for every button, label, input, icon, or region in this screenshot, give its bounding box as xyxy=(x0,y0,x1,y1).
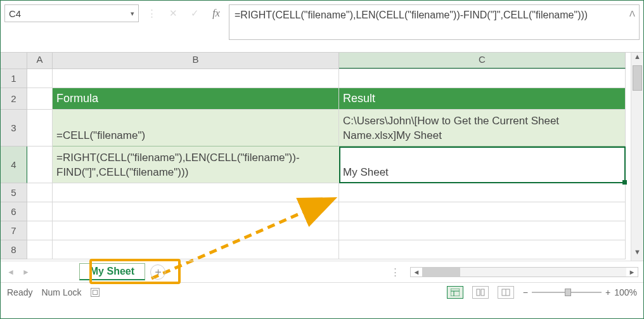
status-numlock: Num Lock xyxy=(41,287,81,297)
tab-options-icon[interactable]: ⋮ xyxy=(390,266,401,278)
cell-b8[interactable] xyxy=(53,240,339,259)
view-normal-button[interactable] xyxy=(447,286,463,299)
column-headers: A B C xyxy=(1,53,626,69)
hscroll-right-icon[interactable]: ► xyxy=(626,268,638,276)
formula-bar: C4 ▾ ⋮ ✕ ✓ fx =RIGHT(CELL("filename"),LE… xyxy=(1,1,643,53)
cell-b7[interactable] xyxy=(53,221,339,240)
svg-rect-1 xyxy=(451,289,460,296)
svg-rect-4 xyxy=(477,289,480,296)
formula-input[interactable]: =RIGHT(CELL("filename"),LEN(CELL("filena… xyxy=(229,4,640,40)
cell-b1[interactable] xyxy=(53,69,339,88)
hscroll-left-icon[interactable]: ◄ xyxy=(411,268,422,276)
tab-prev-icon[interactable]: ◄ xyxy=(6,268,16,277)
zoom-value[interactable]: 100% xyxy=(614,287,637,297)
cell-a2[interactable] xyxy=(27,88,53,110)
tab-next-icon[interactable]: ► xyxy=(21,268,31,277)
status-ready: Ready xyxy=(7,287,32,297)
view-page-layout-button[interactable] xyxy=(472,286,489,299)
cell-c8[interactable] xyxy=(339,240,626,259)
cell-c5[interactable] xyxy=(339,183,626,202)
dropdown-icon[interactable]: ▾ xyxy=(131,10,134,18)
cell-c2[interactable]: Result xyxy=(339,88,626,110)
cell-a6[interactable] xyxy=(27,202,53,221)
vertical-scrollbar[interactable]: ▲ ▼ xyxy=(631,53,643,261)
cell-c1[interactable] xyxy=(339,69,626,88)
scroll-up-icon[interactable]: ▲ xyxy=(631,53,643,65)
col-header-b[interactable]: B xyxy=(53,53,339,68)
cell-c6[interactable] xyxy=(339,202,626,221)
zoom-in-icon[interactable]: + xyxy=(605,287,610,297)
formula-text: =RIGHT(CELL("filename"),LEN(CELL("filena… xyxy=(235,10,588,20)
cell-b3[interactable]: =CELL("filename") xyxy=(53,110,339,146)
row-header-4[interactable]: 4 xyxy=(1,146,27,183)
cell-b4[interactable]: =RIGHT(CELL("filename"),LEN(CELL("filena… xyxy=(53,146,339,183)
cell-a8[interactable] xyxy=(27,240,53,259)
row-header-2[interactable]: 2 xyxy=(1,88,27,110)
cell-a1[interactable] xyxy=(27,69,53,88)
row-header-3[interactable]: 3 xyxy=(1,110,27,146)
svg-rect-5 xyxy=(481,289,484,296)
row-header-5[interactable]: 5 xyxy=(1,183,27,202)
row-header-7[interactable]: 7 xyxy=(1,221,27,240)
view-page-break-button[interactable] xyxy=(498,286,514,299)
cell-b5[interactable] xyxy=(53,183,339,202)
fx-icon[interactable]: fx xyxy=(207,4,225,22)
row-header-6[interactable]: 6 xyxy=(1,202,27,221)
select-all-corner[interactable] xyxy=(1,53,27,68)
zoom-slider[interactable] xyxy=(532,292,602,293)
vscroll-thumb[interactable] xyxy=(633,65,642,91)
name-box[interactable]: C4 ▾ xyxy=(4,4,139,22)
cell-a7[interactable] xyxy=(27,221,53,240)
zoom-control[interactable]: − + 100% xyxy=(523,287,637,297)
cell-a4[interactable] xyxy=(27,146,53,183)
collapse-formula-bar-icon[interactable]: ᐱ xyxy=(629,8,635,20)
cell-b6[interactable] xyxy=(53,202,339,221)
cell-a3[interactable] xyxy=(27,110,53,146)
zoom-knob[interactable] xyxy=(565,289,571,296)
status-bar: Ready Num Lock − + 100% xyxy=(1,282,643,301)
customize-icon[interactable]: ⋮ xyxy=(143,4,160,22)
hscroll-thumb[interactable] xyxy=(422,268,460,277)
row-header-8[interactable]: 8 xyxy=(1,240,27,259)
col-header-c[interactable]: C xyxy=(339,53,626,68)
zoom-out-icon[interactable]: − xyxy=(523,287,528,297)
macro-record-icon[interactable] xyxy=(91,288,100,297)
horizontal-scrollbar[interactable]: ◄ ► xyxy=(410,267,638,277)
cell-c7[interactable] xyxy=(339,221,626,240)
cell-b2[interactable]: Formula xyxy=(53,88,339,110)
row-header-1[interactable]: 1 xyxy=(1,69,27,88)
cell-c3[interactable]: C:\Users\John\[How to Get the Current Sh… xyxy=(339,110,626,146)
enter-icon[interactable]: ✓ xyxy=(186,4,203,22)
name-box-value: C4 xyxy=(9,8,21,19)
sheet-tab-active[interactable]: My Sheet xyxy=(79,263,145,280)
scroll-down-icon[interactable]: ▼ xyxy=(631,248,643,261)
cancel-icon[interactable]: ✕ xyxy=(164,4,182,22)
cell-a5[interactable] xyxy=(27,183,53,202)
add-sheet-button[interactable]: ＋ xyxy=(150,264,165,280)
col-header-a[interactable]: A xyxy=(27,53,53,68)
sheet-tab-bar: ◄ ► My Sheet ＋ ⋮ ◄ ► xyxy=(1,261,643,282)
cell-c4[interactable]: My Sheet xyxy=(339,146,626,183)
spreadsheet-grid[interactable]: A B C 1 2 Formula Result 3 =CELL("filena… xyxy=(1,53,626,261)
